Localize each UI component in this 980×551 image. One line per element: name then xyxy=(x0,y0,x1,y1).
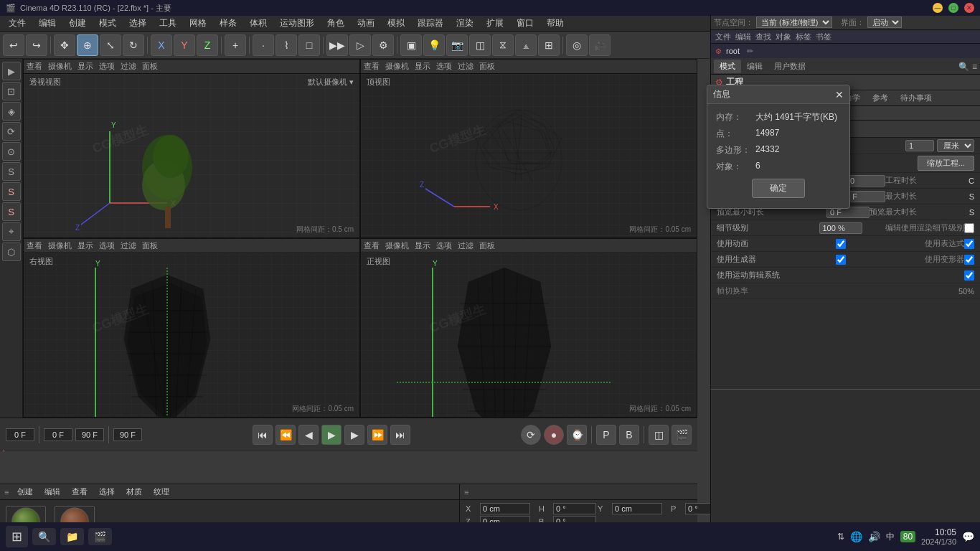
mograph-btn[interactable]: ⟁ xyxy=(515,34,537,56)
vp-bl-cam[interactable]: 摄像机 xyxy=(48,240,72,251)
transport-to-start[interactable]: ⏮ xyxy=(253,425,273,445)
transport-render2[interactable]: 🎬 xyxy=(672,425,692,445)
left-tool-3[interactable]: ◈ xyxy=(2,102,21,121)
transport-loop[interactable]: ⟳ xyxy=(521,425,541,445)
obj-btn[interactable]: X xyxy=(151,34,172,56)
taskbar-cinema[interactable]: 🎬 xyxy=(88,528,112,545)
add-btn[interactable]: + xyxy=(225,34,246,56)
left-tool-2[interactable]: ⊡ xyxy=(2,82,21,100)
light-btn[interactable]: 💡 xyxy=(423,34,445,56)
props-tab-user[interactable]: 用户数据 xyxy=(768,60,811,73)
mat-edit[interactable]: 编辑 xyxy=(42,486,63,497)
menu-mograph[interactable]: 运动图形 xyxy=(274,16,320,31)
menu-mesh[interactable]: 网格 xyxy=(184,16,212,31)
vp-tr-options[interactable]: 选项 xyxy=(436,61,452,72)
menu-volume[interactable]: 体积 xyxy=(244,16,273,31)
transport-btn-extra2[interactable]: B xyxy=(619,425,639,445)
menu-extend[interactable]: 扩展 xyxy=(481,16,509,31)
interface-select[interactable]: 启动 xyxy=(867,17,902,28)
node-edit[interactable]: 编辑 xyxy=(735,32,751,42)
vp-bl-panel[interactable]: 面板 xyxy=(142,240,158,251)
scale-project-button[interactable]: 缩放工程... xyxy=(918,156,974,171)
transport-prev-key[interactable]: ⏪ xyxy=(275,425,296,445)
vp-br-cam[interactable]: 摄像机 xyxy=(385,240,409,251)
vp-tr-filter[interactable]: 过滤 xyxy=(458,61,473,72)
taskbar-search[interactable]: 🔍 xyxy=(32,528,56,545)
info-ok-button[interactable]: 确定 xyxy=(752,179,805,198)
mode-poly[interactable]: □ xyxy=(298,34,320,56)
cube-btn[interactable]: ▣ xyxy=(400,34,422,56)
vp-br-display[interactable]: 显示 xyxy=(415,240,430,251)
left-tool-7[interactable]: S xyxy=(2,182,21,201)
node-find[interactable]: 查找 xyxy=(755,32,771,42)
transport-max-frame2[interactable] xyxy=(113,428,142,441)
left-tool-8[interactable]: S xyxy=(2,202,21,221)
menu-spline[interactable]: 样条 xyxy=(214,16,242,31)
coord-x-input[interactable] xyxy=(480,503,530,514)
render-view-btn[interactable]: 🎥 xyxy=(589,34,611,56)
prop-deformer-check[interactable] xyxy=(964,255,974,265)
prop-expression-check[interactable] xyxy=(964,239,974,249)
left-tool-5[interactable]: ⊙ xyxy=(2,142,21,161)
taskbar-explorer[interactable]: 📁 xyxy=(60,528,84,545)
transport-play[interactable]: ▶ xyxy=(321,425,341,445)
mat-menu-icon[interactable]: ≡ xyxy=(4,488,9,496)
transport-motionclip[interactable]: ◫ xyxy=(649,425,669,445)
vp-tl-view[interactable]: 查看 xyxy=(27,61,42,72)
mat-create[interactable]: 创建 xyxy=(14,486,36,497)
timeline-btn[interactable]: ▶▶ xyxy=(326,34,348,56)
mat-material[interactable]: 材质 xyxy=(123,486,145,497)
obj-btn2[interactable]: Y xyxy=(174,34,195,56)
menu-file[interactable]: 文件 xyxy=(3,16,32,31)
transport-to-end[interactable]: ⏭ xyxy=(390,425,410,445)
node-obj[interactable]: 对象 xyxy=(776,32,791,42)
transport-min-frame[interactable] xyxy=(44,428,72,441)
redo-btn[interactable]: ↪ xyxy=(26,34,47,56)
left-tool-10[interactable]: ⬡ xyxy=(2,242,21,261)
viewport-right[interactable]: 查看 摄像机 显示 选项 过滤 面板 Y X Z xyxy=(23,238,360,418)
transport-max-frame[interactable] xyxy=(75,428,104,441)
viewport-perspective[interactable]: 查看 摄像机 显示 选项 过滤 面板 X xyxy=(23,59,360,238)
coord-y-input[interactable] xyxy=(612,503,662,514)
menu-render[interactable]: 渲染 xyxy=(451,16,479,31)
prop-motionclip-check[interactable] xyxy=(964,270,974,281)
transport-btn-extra1[interactable]: P xyxy=(596,425,616,445)
transport-step-back[interactable]: ◀ xyxy=(298,425,319,445)
transport-next-key[interactable]: ⏩ xyxy=(367,425,387,445)
transport-current-frame[interactable] xyxy=(6,428,34,441)
menu-edit[interactable]: 编辑 xyxy=(33,16,62,31)
props-search-icon[interactable]: 🔍 xyxy=(958,62,969,72)
mat-texture[interactable]: 纹理 xyxy=(151,486,172,497)
prop-render-lod-check[interactable] xyxy=(964,223,974,233)
minimize-button[interactable]: — xyxy=(933,3,943,13)
mode-edge[interactable]: ⌇ xyxy=(275,34,297,56)
menu-help[interactable]: 帮助 xyxy=(541,16,570,31)
vp-bl-filter[interactable]: 过滤 xyxy=(121,240,136,251)
close-button[interactable]: ✕ xyxy=(964,3,974,13)
menu-character[interactable]: 角色 xyxy=(321,16,350,31)
taskbar-notify-icon[interactable]: 💬 xyxy=(962,531,974,542)
vp-tl-panel[interactable]: 面板 xyxy=(142,61,158,72)
transport-step-fwd[interactable]: ▶ xyxy=(344,425,364,445)
prop-generator-check[interactable] xyxy=(836,255,846,265)
info-close-icon[interactable]: ✕ xyxy=(835,89,844,100)
vp-br-panel[interactable]: 面板 xyxy=(479,240,495,251)
vp-tr-cam[interactable]: 摄像机 xyxy=(385,61,409,72)
vp-tl-display[interactable]: 显示 xyxy=(77,61,93,72)
menu-mode[interactable]: 模式 xyxy=(93,16,122,31)
deform-btn[interactable]: ⧖ xyxy=(492,34,514,56)
props-subtab-ref[interactable]: 参考 xyxy=(867,91,894,105)
undo-btn[interactable]: ↩ xyxy=(3,34,24,56)
vp-br-filter[interactable]: 过滤 xyxy=(458,240,473,251)
vp-tl-cam[interactable]: 摄像机 xyxy=(48,61,72,72)
left-tool-6[interactable]: S xyxy=(2,162,21,181)
snap-btn[interactable]: ◎ xyxy=(566,34,588,56)
mat-select[interactable]: 选择 xyxy=(96,486,118,497)
render-btn[interactable]: ▷ xyxy=(349,34,371,56)
move-btn[interactable]: ⊕ xyxy=(77,34,98,56)
coords-menu-icon[interactable]: ≡ xyxy=(464,488,468,496)
vp-tr-display[interactable]: 显示 xyxy=(415,61,430,72)
menu-window[interactable]: 窗口 xyxy=(511,16,540,31)
mode-point[interactable]: · xyxy=(253,34,274,56)
props-subtab-todo[interactable]: 待办事项 xyxy=(895,91,938,105)
